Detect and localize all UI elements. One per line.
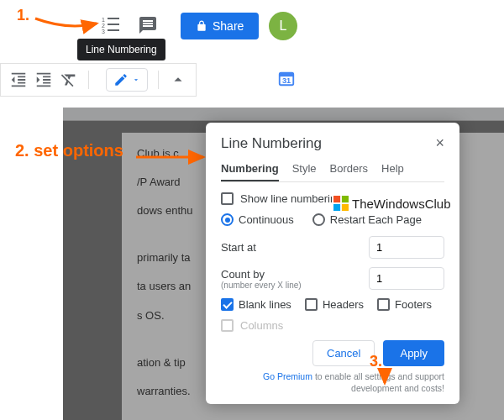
svg-rect-3	[108, 18, 119, 19]
headers-checkbox[interactable]	[305, 298, 318, 311]
chevron-down-icon	[132, 76, 140, 84]
blank-lines-checkbox[interactable]	[221, 298, 234, 311]
tab-help[interactable]: Help	[381, 162, 404, 181]
count-by-input[interactable]	[369, 267, 444, 290]
count-by-label: Count by(number every X line)	[221, 268, 369, 290]
tooltip-line-numbering: Line Numbering	[77, 39, 165, 60]
svg-rect-11	[333, 196, 340, 202]
premium-text: Go Premium to enable all settings and su…	[221, 371, 444, 394]
tab-borders[interactable]: Borders	[330, 162, 369, 181]
secondary-toolbar	[0, 63, 197, 97]
start-at-label: Start at	[221, 241, 369, 254]
svg-text:1: 1	[102, 17, 105, 23]
clear-format-icon[interactable]	[60, 71, 78, 89]
columns-label: Columns	[240, 319, 444, 332]
apply-button[interactable]: Apply	[383, 340, 444, 366]
pen-icon	[113, 72, 129, 87]
arrow-2	[134, 147, 210, 167]
columns-checkbox	[221, 319, 234, 332]
avatar[interactable]: L	[269, 12, 297, 40]
windows-icon	[333, 196, 349, 211]
show-line-numbering-checkbox[interactable]	[221, 192, 234, 205]
line-numbering-icon[interactable]: 123	[101, 15, 121, 35]
line-numbering-dialog: Line Numbering × Numbering Style Borders…	[206, 123, 459, 404]
svg-rect-14	[342, 204, 349, 211]
start-at-input[interactable]	[369, 236, 444, 259]
cancel-button[interactable]: Cancel	[312, 340, 375, 366]
svg-rect-13	[333, 204, 340, 211]
svg-rect-12	[342, 196, 349, 202]
edit-mode-button[interactable]	[106, 68, 148, 92]
svg-text:2: 2	[102, 23, 105, 29]
restart-each-page-radio[interactable]: Restart Each Page	[312, 213, 422, 226]
chevron-up-icon[interactable]	[169, 71, 187, 89]
tab-style[interactable]: Style	[292, 162, 317, 181]
calendar-icon[interactable]: 31	[277, 69, 296, 87]
continuous-radio[interactable]: Continuous	[221, 213, 294, 226]
svg-rect-4	[108, 24, 119, 25]
indent-icon[interactable]	[34, 71, 53, 89]
watermark: TheWindowsClub	[332, 195, 453, 212]
svg-text:31: 31	[282, 76, 291, 85]
arrow-3	[376, 366, 393, 388]
arrow-1	[34, 15, 101, 37]
lock-icon	[196, 20, 207, 32]
outdent-icon[interactable]	[9, 71, 28, 89]
footers-checkbox[interactable]	[377, 298, 390, 311]
annotation-1: 1.	[17, 7, 29, 24]
tab-numbering[interactable]: Numbering	[221, 162, 279, 181]
annotation-2: 2. set options	[15, 141, 123, 160]
share-label: Share	[213, 19, 244, 33]
svg-rect-5	[108, 29, 119, 31]
svg-text:3: 3	[102, 29, 105, 34]
go-premium-link[interactable]: Go Premium	[263, 371, 312, 381]
share-button[interactable]: Share	[181, 13, 259, 39]
dialog-title: Line Numbering	[221, 135, 322, 152]
close-icon[interactable]: ×	[435, 134, 444, 152]
comment-icon[interactable]	[138, 15, 158, 35]
